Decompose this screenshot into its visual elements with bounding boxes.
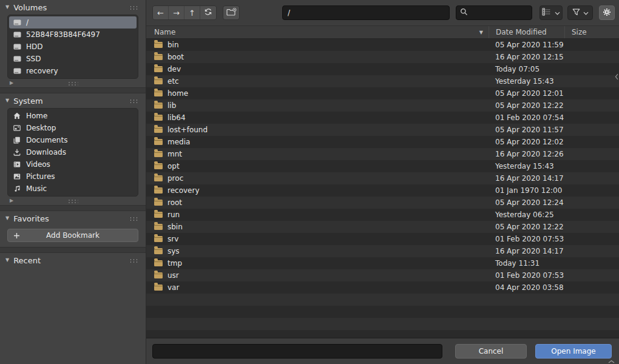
folder-icon [154,163,163,169]
file-row-mnt[interactable]: mnt16 Apr 2020 12:26 [146,148,619,160]
sidebar-item-ssd[interactable]: SSD [9,53,137,65]
settings-button[interactable] [599,5,615,20]
file-name-cell: var [146,283,489,292]
file-row-lib64[interactable]: lib6401 Feb 2020 07:54 [146,112,619,124]
sidebar-item-music[interactable]: Music [9,183,137,195]
file-row-lib[interactable]: lib05 Apr 2020 12:22 [146,99,619,112]
column-header-size[interactable]: Size [564,26,619,38]
search-input[interactable] [471,8,528,17]
forward-button[interactable]: → [169,6,184,19]
file-name-cell: tmp [146,259,489,268]
refresh-button[interactable] [200,6,216,19]
volumes-list: /52B84F83B84F6497HDDSSDrecovery [7,15,138,79]
column-header-date-modified[interactable]: Date Modified [489,26,564,38]
drive-icon [13,55,21,62]
folder-icon [154,248,163,254]
folder-icon [154,224,163,230]
sidebar-item-videos[interactable]: Videos [9,158,137,170]
file-row-recovery[interactable]: recovery01 Jan 1970 12:00 [146,184,619,197]
file-row-srv[interactable]: srv01 Feb 2020 07:53 [146,233,619,245]
panel-grip-handle[interactable] [129,5,140,10]
list-resize-handle[interactable] [68,81,78,86]
sidebar-item-documents[interactable]: Documents [9,134,137,146]
region-expand-chevron-icon[interactable] [608,360,615,363]
expand-triangle-icon[interactable]: ▶ [10,198,13,203]
sidebar-item-label: Pictures [26,172,55,181]
sidebar-item-root[interactable]: / [9,16,137,29]
file-list: bin05 Apr 2020 11:59boot16 Apr 2020 12:1… [146,39,619,337]
display-mode-dropdown[interactable] [540,5,563,20]
file-row-home[interactable]: home05 Apr 2020 12:01 [146,87,619,99]
file-row-etc[interactable]: etcYesterday 15:43 [146,75,619,87]
column-header-name[interactable]: Name ▼ [146,26,489,38]
sidebar-item-label: Desktop [26,124,56,132]
cancel-button[interactable]: Cancel [455,344,527,359]
file-row-var[interactable]: var04 Apr 2020 03:58 [146,281,619,294]
panel-header-system[interactable]: ▼ System [0,93,146,108]
file-name-label: dev [167,65,181,73]
sidebar-empty-area [0,268,146,364]
add-bookmark-button[interactable]: Add Bookmark [7,229,138,242]
sidebar-item-hdd[interactable]: HDD [9,41,137,53]
file-name-label: opt [167,162,180,170]
file-row-opt[interactable]: optYesterday 15:43 [146,160,619,172]
file-name-label: lib [167,101,176,110]
file-row-media[interactable]: media05 Apr 2020 12:02 [146,136,619,148]
file-name-label: home [167,89,188,98]
file-name-label: srv [167,235,178,243]
filename-input[interactable] [152,344,442,359]
panel-grip-handle[interactable] [129,258,140,263]
search-box[interactable] [456,5,532,20]
system-list-footer: ▶ [0,197,146,205]
search-icon [460,8,468,18]
create-directory-button[interactable] [223,5,240,20]
folder-icon [154,115,163,121]
file-row-bin[interactable]: bin05 Apr 2020 11:59 [146,39,619,51]
toolbar: ← → ↑ [146,0,619,25]
vertical-list-icon [542,8,552,18]
panel-grip-handle[interactable] [129,99,140,103]
sidebar-item-downloads[interactable]: Downloads [9,146,137,158]
panel-grip-handle[interactable] [129,217,140,221]
sidebar-toggle-chevron-icon[interactable] [615,73,618,80]
sidebar-item-desktop[interactable]: Desktop [9,122,137,134]
file-name-cell: proc [146,174,489,183]
file-row-proc[interactable]: proc16 Apr 2020 14:17 [146,172,619,184]
folder-icon [154,66,163,72]
file-row-usr[interactable]: usr01 Feb 2020 07:53 [146,269,619,281]
filter-dropdown[interactable] [567,5,593,20]
folder-icon [154,272,163,278]
open-image-button[interactable]: Open Image [535,344,612,359]
back-button[interactable]: ← [153,6,169,19]
file-date-cell: 05 Apr 2020 12:22 [489,223,564,231]
file-date-cell: 05 Apr 2020 11:57 [489,126,564,134]
parent-directory-button[interactable]: ↑ [184,6,200,19]
path-input[interactable] [282,5,450,20]
file-row-dev[interactable]: devToday 07:05 [146,63,619,75]
list-resize-handle[interactable] [68,199,78,203]
folder-icon [154,212,163,218]
file-name-cell: boot [146,53,489,61]
sidebar-item-recovery[interactable]: recovery [9,65,137,77]
gear-icon [603,8,611,18]
panel-header-recent[interactable]: ▼ Recent [0,253,146,268]
file-name-cell: bin [146,41,489,49]
file-row-root[interactable]: root05 Apr 2020 12:24 [146,197,619,209]
file-date-cell: 01 Feb 2020 07:54 [489,113,564,122]
file-row-lost-found[interactable]: lost+found05 Apr 2020 11:57 [146,124,619,136]
folder-icon [154,103,163,109]
sidebar: ▼ Volumes /52B84F83B84F6497HDDSSDrecover… [0,0,146,364]
panel-header-volumes[interactable]: ▼ Volumes [0,0,146,15]
file-row-run[interactable]: runYesterday 06:25 [146,209,619,221]
expand-triangle-icon[interactable]: ▶ [10,81,13,86]
sidebar-item-pictures[interactable]: Pictures [9,170,137,183]
file-name-cell: recovery [146,186,489,195]
file-row-boot[interactable]: boot16 Apr 2020 12:15 [146,51,619,63]
file-row-tmp[interactable]: tmpToday 11:31 [146,257,619,269]
file-row-sbin[interactable]: sbin05 Apr 2020 12:22 [146,221,619,233]
panel-title: Volumes [13,3,125,12]
sidebar-item-home[interactable]: Home [9,110,137,122]
panel-header-favorites[interactable]: ▼ Favorites [0,211,146,226]
sidebar-item-52b84f83b84f6497[interactable]: 52B84F83B84F6497 [9,29,137,41]
file-row-sys[interactable]: sys16 Apr 2020 14:17 [146,245,619,257]
